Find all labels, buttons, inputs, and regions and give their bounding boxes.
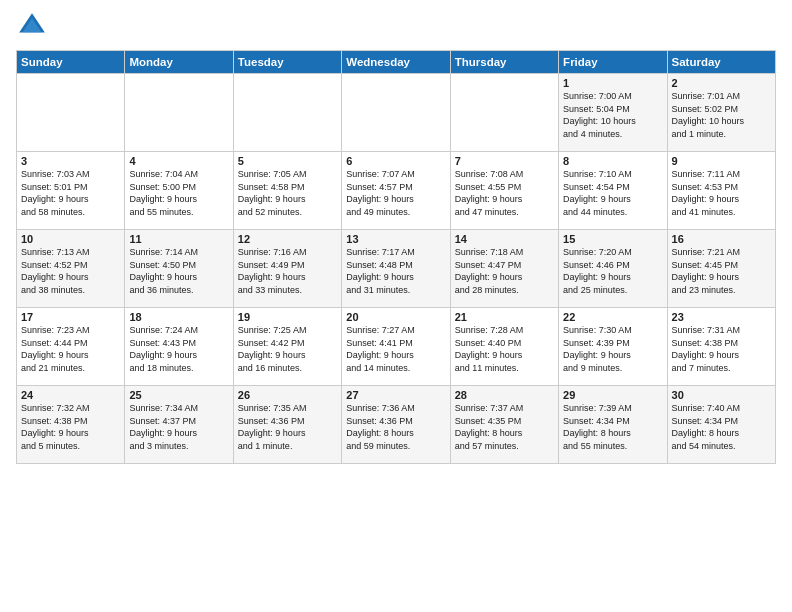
- day-number: 19: [238, 311, 337, 323]
- calendar-cell: [125, 74, 233, 152]
- day-number: 8: [563, 155, 662, 167]
- day-number: 13: [346, 233, 445, 245]
- day-info: Sunrise: 7:01 AM Sunset: 5:02 PM Dayligh…: [672, 90, 771, 140]
- day-info: Sunrise: 7:00 AM Sunset: 5:04 PM Dayligh…: [563, 90, 662, 140]
- day-info: Sunrise: 7:08 AM Sunset: 4:55 PM Dayligh…: [455, 168, 554, 218]
- day-number: 20: [346, 311, 445, 323]
- calendar-table: SundayMondayTuesdayWednesdayThursdayFrid…: [16, 50, 776, 464]
- calendar-cell: 1Sunrise: 7:00 AM Sunset: 5:04 PM Daylig…: [559, 74, 667, 152]
- calendar-cell: 23Sunrise: 7:31 AM Sunset: 4:38 PM Dayli…: [667, 308, 775, 386]
- calendar-week-row: 10Sunrise: 7:13 AM Sunset: 4:52 PM Dayli…: [17, 230, 776, 308]
- day-number: 23: [672, 311, 771, 323]
- day-number: 26: [238, 389, 337, 401]
- weekday-header-sunday: Sunday: [17, 51, 125, 74]
- logo: [16, 10, 52, 42]
- day-info: Sunrise: 7:04 AM Sunset: 5:00 PM Dayligh…: [129, 168, 228, 218]
- day-info: Sunrise: 7:32 AM Sunset: 4:38 PM Dayligh…: [21, 402, 120, 452]
- calendar-cell: 28Sunrise: 7:37 AM Sunset: 4:35 PM Dayli…: [450, 386, 558, 464]
- day-info: Sunrise: 7:27 AM Sunset: 4:41 PM Dayligh…: [346, 324, 445, 374]
- day-info: Sunrise: 7:10 AM Sunset: 4:54 PM Dayligh…: [563, 168, 662, 218]
- day-number: 2: [672, 77, 771, 89]
- day-info: Sunrise: 7:24 AM Sunset: 4:43 PM Dayligh…: [129, 324, 228, 374]
- calendar-cell: [17, 74, 125, 152]
- day-info: Sunrise: 7:07 AM Sunset: 4:57 PM Dayligh…: [346, 168, 445, 218]
- calendar-cell: 13Sunrise: 7:17 AM Sunset: 4:48 PM Dayli…: [342, 230, 450, 308]
- calendar-cell: 25Sunrise: 7:34 AM Sunset: 4:37 PM Dayli…: [125, 386, 233, 464]
- calendar-cell: 3Sunrise: 7:03 AM Sunset: 5:01 PM Daylig…: [17, 152, 125, 230]
- day-number: 24: [21, 389, 120, 401]
- calendar-cell: 10Sunrise: 7:13 AM Sunset: 4:52 PM Dayli…: [17, 230, 125, 308]
- calendar-cell: 27Sunrise: 7:36 AM Sunset: 4:36 PM Dayli…: [342, 386, 450, 464]
- day-number: 11: [129, 233, 228, 245]
- calendar-cell: 12Sunrise: 7:16 AM Sunset: 4:49 PM Dayli…: [233, 230, 341, 308]
- calendar-week-row: 24Sunrise: 7:32 AM Sunset: 4:38 PM Dayli…: [17, 386, 776, 464]
- day-number: 1: [563, 77, 662, 89]
- calendar-cell: 19Sunrise: 7:25 AM Sunset: 4:42 PM Dayli…: [233, 308, 341, 386]
- calendar-cell: 6Sunrise: 7:07 AM Sunset: 4:57 PM Daylig…: [342, 152, 450, 230]
- day-info: Sunrise: 7:25 AM Sunset: 4:42 PM Dayligh…: [238, 324, 337, 374]
- day-number: 12: [238, 233, 337, 245]
- day-info: Sunrise: 7:37 AM Sunset: 4:35 PM Dayligh…: [455, 402, 554, 452]
- day-info: Sunrise: 7:14 AM Sunset: 4:50 PM Dayligh…: [129, 246, 228, 296]
- calendar-cell: 9Sunrise: 7:11 AM Sunset: 4:53 PM Daylig…: [667, 152, 775, 230]
- day-info: Sunrise: 7:23 AM Sunset: 4:44 PM Dayligh…: [21, 324, 120, 374]
- day-number: 6: [346, 155, 445, 167]
- day-info: Sunrise: 7:21 AM Sunset: 4:45 PM Dayligh…: [672, 246, 771, 296]
- calendar-cell: 21Sunrise: 7:28 AM Sunset: 4:40 PM Dayli…: [450, 308, 558, 386]
- day-number: 7: [455, 155, 554, 167]
- calendar-cell: 30Sunrise: 7:40 AM Sunset: 4:34 PM Dayli…: [667, 386, 775, 464]
- day-info: Sunrise: 7:39 AM Sunset: 4:34 PM Dayligh…: [563, 402, 662, 452]
- logo-icon: [16, 10, 48, 42]
- day-number: 25: [129, 389, 228, 401]
- day-number: 22: [563, 311, 662, 323]
- day-number: 16: [672, 233, 771, 245]
- day-number: 17: [21, 311, 120, 323]
- weekday-header-row: SundayMondayTuesdayWednesdayThursdayFrid…: [17, 51, 776, 74]
- day-number: 30: [672, 389, 771, 401]
- calendar-cell: 15Sunrise: 7:20 AM Sunset: 4:46 PM Dayli…: [559, 230, 667, 308]
- day-number: 27: [346, 389, 445, 401]
- calendar-cell: 24Sunrise: 7:32 AM Sunset: 4:38 PM Dayli…: [17, 386, 125, 464]
- calendar-week-row: 3Sunrise: 7:03 AM Sunset: 5:01 PM Daylig…: [17, 152, 776, 230]
- calendar-week-row: 17Sunrise: 7:23 AM Sunset: 4:44 PM Dayli…: [17, 308, 776, 386]
- day-info: Sunrise: 7:30 AM Sunset: 4:39 PM Dayligh…: [563, 324, 662, 374]
- calendar-cell: 5Sunrise: 7:05 AM Sunset: 4:58 PM Daylig…: [233, 152, 341, 230]
- day-number: 21: [455, 311, 554, 323]
- day-info: Sunrise: 7:05 AM Sunset: 4:58 PM Dayligh…: [238, 168, 337, 218]
- calendar-cell: [342, 74, 450, 152]
- header: [16, 10, 776, 42]
- day-info: Sunrise: 7:31 AM Sunset: 4:38 PM Dayligh…: [672, 324, 771, 374]
- calendar-cell: 14Sunrise: 7:18 AM Sunset: 4:47 PM Dayli…: [450, 230, 558, 308]
- day-info: Sunrise: 7:17 AM Sunset: 4:48 PM Dayligh…: [346, 246, 445, 296]
- day-number: 3: [21, 155, 120, 167]
- day-number: 4: [129, 155, 228, 167]
- day-number: 10: [21, 233, 120, 245]
- day-number: 9: [672, 155, 771, 167]
- day-info: Sunrise: 7:20 AM Sunset: 4:46 PM Dayligh…: [563, 246, 662, 296]
- calendar-cell: 4Sunrise: 7:04 AM Sunset: 5:00 PM Daylig…: [125, 152, 233, 230]
- page: SundayMondayTuesdayWednesdayThursdayFrid…: [0, 0, 792, 612]
- calendar-cell: 29Sunrise: 7:39 AM Sunset: 4:34 PM Dayli…: [559, 386, 667, 464]
- day-number: 29: [563, 389, 662, 401]
- calendar-cell: 16Sunrise: 7:21 AM Sunset: 4:45 PM Dayli…: [667, 230, 775, 308]
- calendar-cell: [450, 74, 558, 152]
- day-info: Sunrise: 7:28 AM Sunset: 4:40 PM Dayligh…: [455, 324, 554, 374]
- weekday-header-friday: Friday: [559, 51, 667, 74]
- calendar-cell: 22Sunrise: 7:30 AM Sunset: 4:39 PM Dayli…: [559, 308, 667, 386]
- day-info: Sunrise: 7:36 AM Sunset: 4:36 PM Dayligh…: [346, 402, 445, 452]
- day-info: Sunrise: 7:16 AM Sunset: 4:49 PM Dayligh…: [238, 246, 337, 296]
- day-number: 14: [455, 233, 554, 245]
- calendar-cell: 2Sunrise: 7:01 AM Sunset: 5:02 PM Daylig…: [667, 74, 775, 152]
- weekday-header-wednesday: Wednesday: [342, 51, 450, 74]
- weekday-header-tuesday: Tuesday: [233, 51, 341, 74]
- day-number: 28: [455, 389, 554, 401]
- calendar-cell: 8Sunrise: 7:10 AM Sunset: 4:54 PM Daylig…: [559, 152, 667, 230]
- calendar-cell: 11Sunrise: 7:14 AM Sunset: 4:50 PM Dayli…: [125, 230, 233, 308]
- calendar-cell: [233, 74, 341, 152]
- calendar-cell: 17Sunrise: 7:23 AM Sunset: 4:44 PM Dayli…: [17, 308, 125, 386]
- calendar-cell: 20Sunrise: 7:27 AM Sunset: 4:41 PM Dayli…: [342, 308, 450, 386]
- calendar-cell: 18Sunrise: 7:24 AM Sunset: 4:43 PM Dayli…: [125, 308, 233, 386]
- calendar-week-row: 1Sunrise: 7:00 AM Sunset: 5:04 PM Daylig…: [17, 74, 776, 152]
- weekday-header-saturday: Saturday: [667, 51, 775, 74]
- day-info: Sunrise: 7:18 AM Sunset: 4:47 PM Dayligh…: [455, 246, 554, 296]
